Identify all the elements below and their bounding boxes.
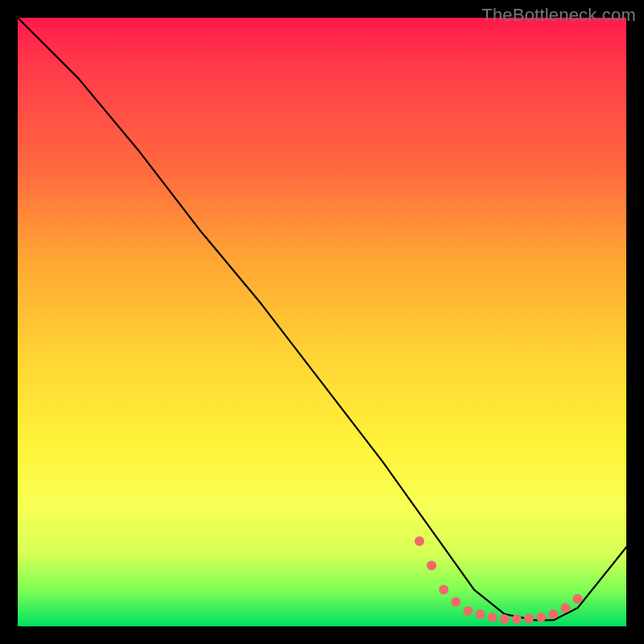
optimum-marker <box>476 609 485 619</box>
optimum-marker <box>560 603 570 613</box>
optimum-marker <box>548 609 558 619</box>
stage: TheBottleneck.com <box>0 0 644 644</box>
optimum-marker <box>488 613 497 622</box>
optimum-marker <box>573 594 583 604</box>
optimum-marker <box>415 536 424 546</box>
optimum-marker <box>463 606 473 616</box>
optimum-markers <box>415 536 583 624</box>
bottleneck-curve <box>18 18 626 620</box>
optimum-marker <box>536 613 546 622</box>
optimum-marker <box>524 613 534 623</box>
chart-svg <box>18 18 626 626</box>
optimum-marker <box>427 560 436 570</box>
watermark-text: TheBottleneck.com <box>481 5 636 26</box>
optimum-marker <box>512 614 522 624</box>
optimum-marker <box>500 614 510 624</box>
optimum-marker <box>451 597 460 607</box>
optimum-marker <box>439 585 448 595</box>
